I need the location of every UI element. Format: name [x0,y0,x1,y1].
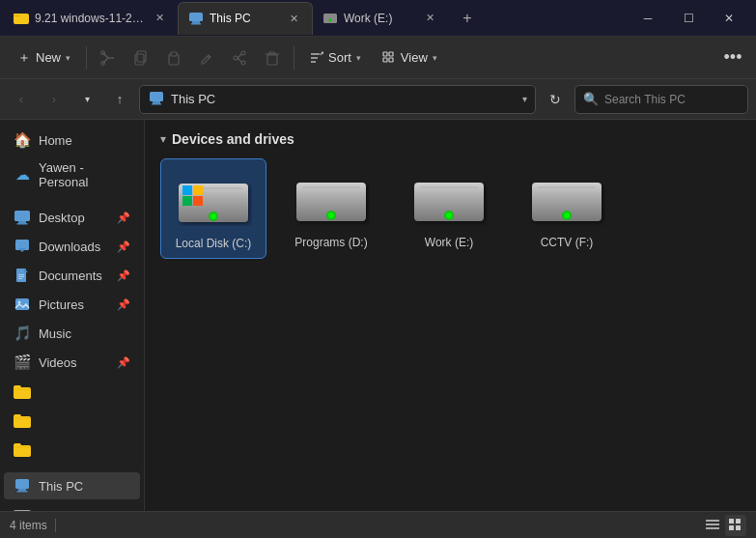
view-toggle [702,515,746,536]
sidebar-label-desktop: Desktop [39,211,85,225]
drive-item-d[interactable]: Programs (D:) [278,158,384,259]
sidebar-label-this-pc: This PC [39,479,83,494]
svg-rect-39 [18,274,24,275]
tab-folder-close[interactable]: ✕ [151,10,168,27]
drive-label-f: CCTV (F:) [541,236,594,249]
copy-button[interactable] [126,42,156,73]
address-dropdown-icon[interactable]: ▾ [522,94,527,104]
svg-rect-29 [383,58,387,62]
cut-button[interactable] [93,42,124,73]
svg-rect-47 [14,510,31,511]
rename-button[interactable] [191,42,222,73]
view-label: View [401,50,428,65]
grid-view-button[interactable] [725,515,746,536]
search-icon: 🔍 [583,92,599,106]
svg-rect-34 [14,211,30,221]
sidebar-label-music: Music [39,326,71,341]
view-button[interactable]: View ▾ [373,42,447,73]
forward-button[interactable]: › [41,86,68,113]
sidebar-item-yawen[interactable]: ☁ Yawen - Personal [4,156,140,194]
sidebar-item-pictures[interactable]: Pictures 📌 [4,291,140,318]
folder2-icon [14,411,31,429]
back-button[interactable]: ‹ [8,86,35,113]
title-bar: 9.21 windows-11-20... ✕ This PC ✕ [0,0,756,37]
sidebar-item-folder1[interactable] [4,378,140,405]
local-disk-c-sidebar-icon [14,506,31,511]
pin-icon-videos: 📌 [117,356,130,369]
more-button[interactable]: ••• [717,42,748,73]
sidebar-item-this-pc[interactable]: This PC [4,472,140,499]
sidebar-item-downloads[interactable]: Downloads 📌 [4,233,140,260]
folder3-icon [14,440,31,458]
window-controls: ─ ☐ ✕ [629,3,756,34]
svg-rect-56 [193,196,203,206]
search-box[interactable]: 🔍 Search This PC [574,85,748,114]
drive-item-f[interactable]: CCTV (F:) [514,158,620,259]
close-button[interactable]: ✕ [710,3,748,34]
delete-button[interactable] [257,42,288,73]
history-button[interactable]: ▾ [73,86,100,113]
sidebar-item-desktop[interactable]: Desktop 📌 [4,204,140,231]
sidebar-item-videos[interactable]: 🎬 Videos 📌 [4,349,140,376]
share-button[interactable] [224,42,255,73]
svg-rect-66 [538,186,596,188]
drive-icon-f [528,170,605,228]
tab-this-pc[interactable]: This PC ✕ [178,2,313,35]
tab-work-close[interactable]: ✕ [421,10,438,27]
drive-label-c: Local Disk (C:) [176,237,252,250]
svg-rect-46 [17,491,28,493]
sidebar-label-pictures: Pictures [39,297,84,312]
list-view-button[interactable] [702,515,723,536]
svg-point-18 [234,56,238,60]
drives-grid: Local Disk (C:) [160,158,741,259]
svg-point-64 [446,212,452,218]
svg-rect-71 [706,527,719,529]
tab-folder-icon [14,11,29,26]
svg-rect-31 [150,92,163,101]
svg-rect-41 [18,278,22,279]
section-chevron-icon[interactable]: ▾ [160,132,166,146]
music-icon: 🎵 [14,325,31,342]
drive-item-c[interactable]: Local Disk (C:) [160,158,266,259]
svg-rect-12 [135,54,144,65]
minimize-button[interactable]: ─ [629,3,667,34]
tab-this-pc-close[interactable]: ✕ [285,10,302,27]
svg-rect-58 [302,186,360,188]
sidebar-item-documents[interactable]: Documents 📌 [4,262,140,289]
delete-icon [265,50,280,66]
paste-button[interactable] [158,42,189,73]
maximize-button[interactable]: ☐ [669,3,708,34]
copy-icon [133,50,149,66]
cut-icon [100,50,116,66]
tab-this-pc-label: This PC [210,12,279,25]
section-header: ▾ Devices and drives [160,131,741,147]
sidebar-item-folder2[interactable] [4,407,140,434]
svg-rect-53 [182,185,192,195]
status-separator [55,519,56,532]
sidebar-item-music[interactable]: 🎵 Music [4,320,140,347]
sidebar-label-downloads: Downloads [39,240,100,254]
sidebar-item-local-disk-c[interactable]: Local Disk (C:) [4,501,140,511]
folder1-icon [14,382,31,400]
main-area: 🏠 Home ☁ Yawen - Personal Desktop 📌 [0,120,756,511]
new-chevron-icon: ▾ [66,53,70,63]
svg-rect-27 [383,52,387,56]
refresh-button[interactable]: ↻ [542,86,569,113]
new-button[interactable]: ＋ New ▾ [8,42,80,73]
sidebar-item-folder3[interactable] [4,436,140,463]
toolbar: ＋ New ▾ [0,37,756,79]
tab-work-drive[interactable]: Work (E:) ✕ [313,2,448,35]
up-button[interactable]: ↑ [106,86,133,113]
sidebar-item-home[interactable]: 🏠 Home [4,127,140,154]
address-bar[interactable]: This PC ▾ [139,85,536,114]
svg-rect-69 [706,520,719,522]
documents-icon [14,267,31,284]
drive-item-e[interactable]: Work (E:) [396,158,502,259]
cloud-icon: ☁ [14,166,31,184]
tab-folder[interactable]: 9.21 windows-11-20... ✕ [4,2,178,35]
sort-button[interactable]: Sort ▾ [300,42,371,73]
svg-point-17 [241,61,245,65]
new-tab-button[interactable]: + [452,3,483,34]
search-placeholder-text: Search This PC [604,93,686,106]
address-path-icon [148,89,165,109]
